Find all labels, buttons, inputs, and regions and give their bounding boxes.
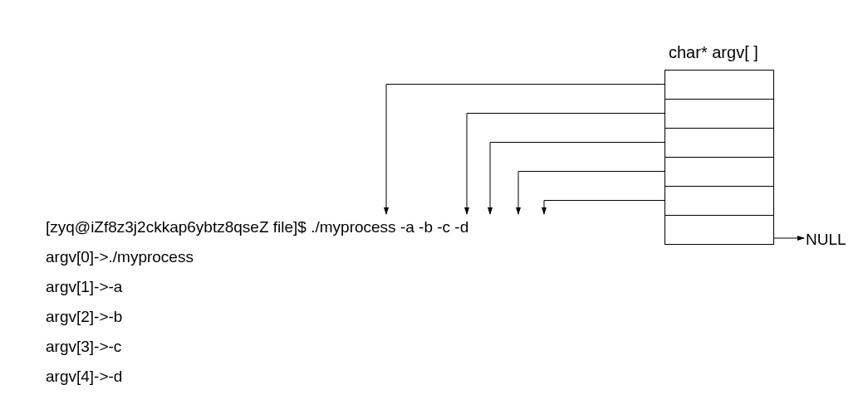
argv-line-3: argv[3]->-c [46, 339, 121, 354]
null-label: NULL [806, 231, 846, 247]
argv-line-2: argv[2]->-b [46, 309, 122, 324]
argv-cell-5 [664, 215, 774, 245]
argv-line-1: argv[1]->-a [46, 279, 122, 295]
argv-line-0: argv[0]->./myprocess [46, 249, 194, 265]
argv-cell-3 [664, 157, 774, 187]
command-line-text: [zyq@iZf8z3j2ckkap6ybtz8qseZ file]$ ./my… [46, 219, 468, 235]
argv-cell-0 [664, 70, 774, 100]
argv-cell-1 [664, 99, 774, 129]
argv-cell-4 [664, 186, 774, 216]
argv-line-4: argv[4]->-d [46, 368, 122, 384]
array-title: char* argv[ ] [669, 43, 758, 62]
argv-cell-2 [664, 128, 774, 158]
diagram-stage: char* argv[ ] [zyq@iZf8z3j2ckkap6ybtz8qs… [0, 0, 868, 419]
